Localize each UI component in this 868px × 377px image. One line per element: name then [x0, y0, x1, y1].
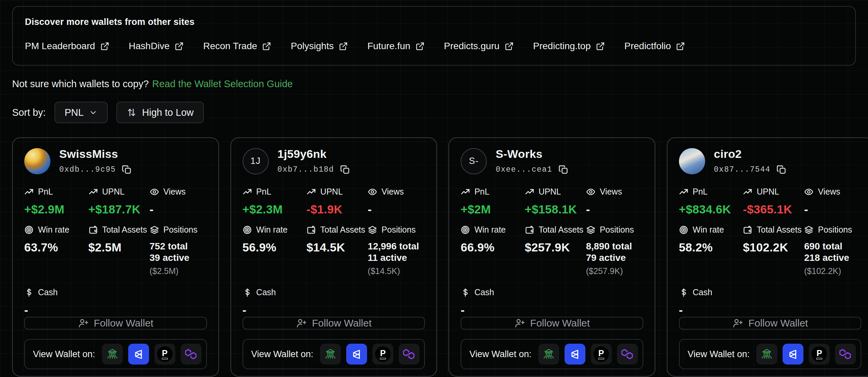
green-temple-icon[interactable] [102, 344, 123, 365]
link-predicting-top[interactable]: Predicting.top [533, 41, 605, 52]
copy-icon [340, 165, 350, 175]
stat-label-upnl: UPNL [743, 187, 804, 197]
p-badge-icon[interactable]: P [591, 344, 612, 365]
stat-label-positions: Positions [150, 225, 207, 235]
trending-up-icon [24, 187, 34, 197]
polygon-icon[interactable] [399, 344, 420, 365]
stat-label-pnl: PnL [461, 187, 525, 197]
avatar [24, 148, 51, 174]
dollar-icon [679, 288, 688, 297]
copy-address-button[interactable] [122, 165, 132, 175]
polygon-icon[interactable] [617, 344, 638, 365]
blue-prism-icon[interactable] [564, 344, 585, 365]
green-temple-icon[interactable] [756, 344, 777, 365]
external-link-icon [415, 42, 425, 51]
layers-icon [150, 225, 159, 235]
wallet-address: 0xee...cea1 [496, 165, 552, 174]
stat-label-total-assets: Total Assets [307, 225, 368, 235]
views-value: - [804, 203, 861, 216]
trending-up-icon [89, 187, 98, 197]
stat-label-views: Views [804, 187, 861, 197]
stat-label-cash: Cash [679, 287, 862, 297]
view-wallet-bar: View Wallet on: P [679, 339, 862, 369]
follow-wallet-button[interactable]: Follow Wallet [24, 317, 207, 329]
user-plus-icon [732, 318, 743, 328]
green-temple-icon[interactable] [320, 344, 341, 365]
wallet-guide-row: Not sure which wallets to copy?Read the … [12, 79, 856, 90]
copy-icon [122, 165, 132, 175]
p-badge-icon[interactable]: P [809, 344, 830, 365]
external-link-icon [175, 42, 184, 51]
copy-address-button[interactable] [558, 165, 568, 175]
follow-wallet-button[interactable]: Follow Wallet [461, 317, 643, 329]
cash-block: Cash - [24, 287, 207, 317]
link-predicts-guru[interactable]: Predicts.guru [444, 41, 514, 52]
stat-label-cash: Cash [461, 287, 643, 297]
trending-up-icon [679, 187, 688, 197]
wallet-card: S- S-Works 0xee...cea1 PnL +$2M UPNL +$1… [448, 137, 655, 377]
copy-address-button[interactable] [776, 165, 786, 175]
dollar-icon [243, 288, 252, 297]
user-plus-icon [78, 318, 89, 328]
view-wallet-label: View Wallet on: [251, 349, 314, 359]
stat-label-positions: Positions [368, 225, 425, 235]
eye-icon [804, 187, 813, 197]
pnl-value: +$2M [461, 203, 525, 216]
upnl-value: +$187.7K [89, 203, 150, 216]
layers-icon [804, 225, 813, 235]
cash-value: - [461, 303, 643, 317]
p-badge-icon[interactable]: P [372, 344, 393, 365]
external-link-icon [596, 42, 605, 51]
trending-up-icon [743, 187, 752, 197]
dollar-icon [461, 288, 470, 297]
wallet-name: SwissMiss [59, 147, 132, 161]
polygon-icon[interactable] [835, 344, 856, 365]
external-sites-nav: PM Leaderboard HashDive Recon Trade Poly… [25, 41, 843, 52]
copy-icon [776, 165, 786, 175]
p-badge-icon[interactable]: P [154, 344, 175, 365]
total-assets-value: $2.5M [89, 241, 150, 254]
card-header: SwissMiss 0xdb...9c95 [24, 147, 207, 175]
cash-value: - [24, 303, 207, 317]
blue-prism-icon[interactable] [346, 344, 367, 365]
avatar: S- [461, 148, 487, 174]
upnl-value: +$158.1K [525, 203, 586, 216]
trending-up-icon [307, 187, 316, 197]
wallet-icon [525, 225, 534, 235]
copy-address-button[interactable] [340, 165, 350, 175]
discover-title: Discover more wallets from other sites [25, 17, 843, 27]
sort-field-dropdown[interactable]: PNL [55, 102, 108, 123]
link-pm-leaderboard[interactable]: PM Leaderboard [25, 41, 109, 52]
polygon-icon[interactable] [181, 344, 202, 365]
discover-panel: Discover more wallets from other sites P… [12, 6, 856, 66]
views-value: - [586, 203, 643, 216]
win-rate-value: 66.9% [461, 241, 525, 254]
card-header: S- S-Works 0xee...cea1 [461, 147, 643, 175]
chevron-down-icon [89, 108, 98, 117]
wallet-name: 1j59y6nk [278, 147, 350, 161]
stat-label-upnl: UPNL [525, 187, 586, 197]
win-rate-value: 56.9% [243, 241, 307, 254]
link-polysights[interactable]: Polysights [291, 41, 348, 52]
wallet-selection-guide-link[interactable]: Read the Wallet Selection Guide [152, 79, 293, 89]
blue-prism-icon[interactable] [782, 344, 803, 365]
follow-wallet-button[interactable]: Follow Wallet [679, 317, 862, 329]
stat-label-pnl: PnL [679, 187, 743, 197]
green-temple-icon[interactable] [538, 344, 559, 365]
win-rate-value: 58.2% [679, 241, 743, 254]
wallet-address: 0xb7...b18d [278, 165, 334, 174]
link-hashdive[interactable]: HashDive [129, 41, 184, 52]
external-link-icon [262, 42, 271, 51]
stat-label-positions: Positions [586, 225, 643, 235]
link-predictfolio[interactable]: Predictfolio [624, 41, 685, 52]
sort-direction-button[interactable]: High to Low [116, 102, 204, 123]
blue-prism-icon[interactable] [128, 344, 149, 365]
link-future-fun[interactable]: Future.fun [367, 41, 425, 52]
trending-up-icon [525, 187, 534, 197]
follow-wallet-button[interactable]: Follow Wallet [243, 317, 425, 329]
stat-label-views: Views [150, 187, 207, 197]
stat-label-upnl: UPNL [307, 187, 368, 197]
pnl-value: +$2.9M [24, 203, 89, 216]
link-recon-trade[interactable]: Recon Trade [203, 41, 271, 52]
views-value: - [150, 203, 207, 216]
